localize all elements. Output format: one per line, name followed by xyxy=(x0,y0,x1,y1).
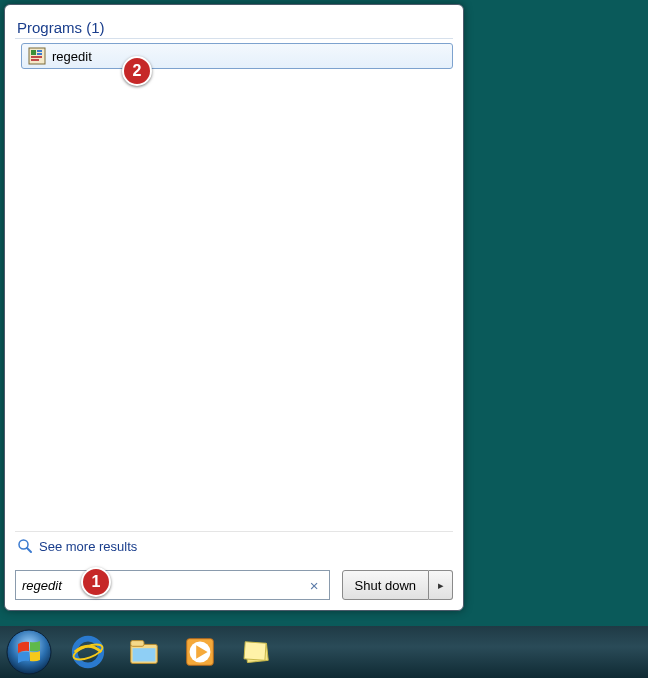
results-area xyxy=(15,69,453,527)
search-result-regedit[interactable]: regedit xyxy=(21,43,453,69)
shutdown-group: Shut down ▸ xyxy=(342,570,453,600)
svg-point-9 xyxy=(75,639,102,666)
svg-rect-2 xyxy=(37,50,42,52)
search-result-label: regedit xyxy=(52,49,92,64)
see-more-results-link[interactable]: See more results xyxy=(15,531,453,564)
shutdown-options-button[interactable]: ▸ xyxy=(429,570,453,600)
svg-line-7 xyxy=(27,548,31,552)
svg-rect-12 xyxy=(131,641,144,647)
search-input[interactable] xyxy=(22,578,306,593)
svg-rect-4 xyxy=(31,56,42,58)
see-more-label: See more results xyxy=(39,539,137,554)
start-menu: Programs (1) regedit See more results xyxy=(4,4,464,611)
regedit-icon xyxy=(28,47,46,65)
svg-rect-5 xyxy=(31,59,39,61)
taskbar-sticky-notes-icon[interactable] xyxy=(236,632,276,672)
annotation-badge-2: 2 xyxy=(122,56,152,86)
clear-search-icon[interactable]: × xyxy=(306,577,323,594)
taskbar xyxy=(0,626,648,678)
search-box[interactable]: × xyxy=(15,570,330,600)
taskbar-explorer-icon[interactable] xyxy=(124,632,164,672)
start-button[interactable] xyxy=(6,629,52,675)
svg-rect-18 xyxy=(244,642,266,661)
category-header-programs: Programs (1) xyxy=(15,15,453,39)
svg-rect-1 xyxy=(31,50,36,55)
magnifier-icon xyxy=(17,538,33,554)
taskbar-media-player-icon[interactable] xyxy=(180,632,220,672)
svg-rect-13 xyxy=(133,648,156,661)
taskbar-ie-icon[interactable] xyxy=(68,632,108,672)
shutdown-button[interactable]: Shut down xyxy=(342,570,429,600)
svg-rect-3 xyxy=(37,53,42,55)
arrow-right-icon: ▸ xyxy=(438,579,444,592)
annotation-badge-1: 1 xyxy=(81,567,111,597)
